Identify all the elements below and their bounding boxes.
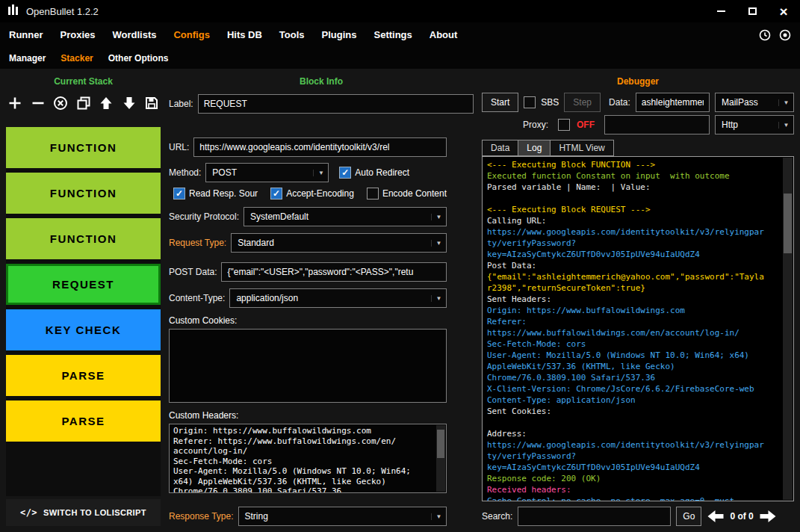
proxy-type-dropdown[interactable]: Http ▼: [715, 115, 794, 134]
label-input[interactable]: [198, 94, 474, 114]
submenu-item-manager[interactable]: Manager: [9, 53, 46, 64]
screenshot-icon[interactable]: [779, 29, 791, 41]
stack-block-parse-1[interactable]: PARSE: [6, 355, 161, 396]
tab-html-view[interactable]: HTML View: [550, 140, 613, 156]
clock-icon[interactable]: [759, 29, 771, 41]
add-block-button[interactable]: [7, 96, 22, 111]
read-resp-checkbox[interactable]: [173, 188, 185, 200]
log-line: Referer:: [487, 316, 778, 327]
method-label: Method:: [169, 167, 201, 178]
titlebar[interactable]: OpenBullet 1.2.2 ×: [0, 0, 800, 22]
prev-match-button[interactable]: [707, 510, 725, 523]
post-data-input[interactable]: [221, 262, 447, 282]
block-label: FUNCTION: [50, 187, 117, 200]
switch-to-loliscript-label: SWITCH TO LOLISCRIPT: [43, 508, 146, 517]
custom-cookies-label: Custom Cookies:: [169, 315, 474, 326]
stack-block-function-1[interactable]: FUNCTION: [6, 127, 161, 168]
minus-icon: [31, 96, 46, 111]
close-button[interactable]: ×: [776, 4, 791, 19]
tab-log[interactable]: Log: [518, 140, 551, 156]
next-match-button[interactable]: [759, 510, 777, 523]
encode-content-checkbox[interactable]: [367, 188, 379, 200]
menu-item-runner[interactable]: Runner: [9, 29, 43, 40]
headers-scrollbar[interactable]: [436, 425, 445, 492]
log-line: ty/verifyPassword?: [487, 238, 778, 249]
menu-item-settings[interactable]: Settings: [373, 29, 412, 40]
proxy-checkbox[interactable]: [558, 119, 570, 131]
menu-item-proxies[interactable]: Proxies: [61, 29, 96, 40]
tab-data[interactable]: Data: [482, 140, 518, 156]
log-line: [487, 193, 778, 204]
custom-cookies-textarea[interactable]: [169, 329, 447, 403]
menu-icons: [759, 29, 791, 41]
options-row: Read Resp. Sour Accept-Encoding Encode C…: [169, 188, 447, 200]
request-type-dropdown[interactable]: Standard ▼: [231, 233, 447, 253]
auto-redirect-checkbox[interactable]: [339, 167, 351, 179]
log-line: Address:: [487, 428, 778, 439]
stack-block-function-2[interactable]: FUNCTION: [6, 173, 161, 214]
search-input[interactable]: [518, 507, 671, 526]
log-line: https://www.googleapis.com/identitytoolk…: [487, 439, 778, 451]
accept-encoding-checkbox[interactable]: [270, 188, 282, 200]
disable-block-button[interactable]: [53, 96, 68, 111]
content-type-dropdown[interactable]: application/json ▼: [229, 288, 447, 308]
post-data-row: POST Data:: [169, 262, 447, 282]
menu-item-configs[interactable]: Configs: [173, 29, 209, 40]
step-button[interactable]: Step: [564, 93, 601, 112]
arrow-right-icon: [759, 510, 777, 523]
move-up-button[interactable]: [99, 96, 114, 111]
proxy-input[interactable]: [604, 115, 710, 134]
stack-block-request-selected[interactable]: REQUEST: [6, 264, 161, 305]
sbs-label: SBS: [541, 97, 559, 108]
request-type-label: Request Type:: [169, 238, 226, 248]
start-button[interactable]: Start: [482, 93, 518, 112]
log-scrollbar-thumb[interactable]: [784, 194, 792, 253]
menu-item-hitsdb[interactable]: Hits DB: [227, 29, 262, 40]
submenu-item-stacker[interactable]: Stacker: [61, 53, 93, 64]
menu-item-about[interactable]: About: [430, 29, 458, 40]
log-line: AppleWebKit/537.36 (KHTML, like Gecko): [487, 361, 778, 372]
method-dropdown[interactable]: POST ▼: [205, 163, 329, 182]
wordlist-type-dropdown[interactable]: MailPass ▼: [715, 93, 794, 112]
log-output[interactable]: <--- Executing Block FUNCTION ---> Execu…: [482, 156, 794, 501]
log-line: https://www.buffalowildwings.com/en/acco…: [487, 327, 778, 338]
security-protocol-dropdown[interactable]: SystemDefault ▼: [244, 207, 447, 226]
log-scrollbar[interactable]: [783, 158, 793, 500]
save-stack-button[interactable]: [144, 96, 159, 111]
proxy-status: OFF: [577, 120, 595, 130]
submenu-item-other-options[interactable]: Other Options: [108, 53, 169, 64]
response-type-label: Response Type:: [169, 511, 234, 522]
security-protocol-row: Security Protocol: SystemDefault ▼: [169, 207, 447, 226]
window-title: OpenBullet 1.2.2: [26, 6, 99, 17]
block-label: KEY CHECK: [46, 324, 122, 336]
log-line: Executed function Constant on input with…: [487, 170, 778, 182]
headers-scrollbar-thumb[interactable]: [437, 430, 444, 458]
stack-block-keycheck[interactable]: KEY CHECK: [6, 309, 161, 350]
maximize-button[interactable]: [745, 4, 760, 19]
remove-block-button[interactable]: [31, 96, 46, 111]
menu-item-tools[interactable]: Tools: [279, 29, 305, 40]
clone-block-button[interactable]: [76, 96, 91, 111]
data-input[interactable]: [636, 93, 710, 112]
go-button[interactable]: Go: [676, 507, 701, 526]
response-type-dropdown[interactable]: String ▼: [238, 507, 447, 526]
log-line: key=AIzaSyCmtykcZ6UTfD0vvJ05IpUVe94uIaUQ…: [487, 462, 778, 473]
move-down-button[interactable]: [122, 96, 137, 111]
plus-icon: [7, 96, 22, 111]
url-input[interactable]: [193, 137, 447, 157]
minimize-button[interactable]: [713, 4, 728, 19]
menu-item-wordlists[interactable]: Wordlists: [112, 29, 156, 40]
sbs-checkbox[interactable]: [524, 96, 536, 108]
switch-to-loliscript-button[interactable]: </> SWITCH TO LOLISCRIPT: [6, 499, 161, 526]
close-icon: ×: [779, 4, 787, 19]
code-icon: </>: [20, 507, 37, 518]
content-type-row: Content-Type: application/json ▼: [169, 288, 447, 308]
stack-block-function-3[interactable]: FUNCTION: [6, 218, 161, 259]
chevron-down-icon: ▼: [313, 170, 328, 176]
menu-item-plugins[interactable]: Plugins: [322, 29, 357, 40]
security-protocol-value: SystemDefault: [244, 211, 431, 222]
custom-headers-textarea[interactable]: Origin: https://www.buffalowildwings.com…: [169, 424, 447, 493]
window-controls: ×: [713, 4, 793, 19]
stack-block-parse-2[interactable]: PARSE: [6, 400, 161, 442]
search-label: Search:: [482, 511, 512, 522]
